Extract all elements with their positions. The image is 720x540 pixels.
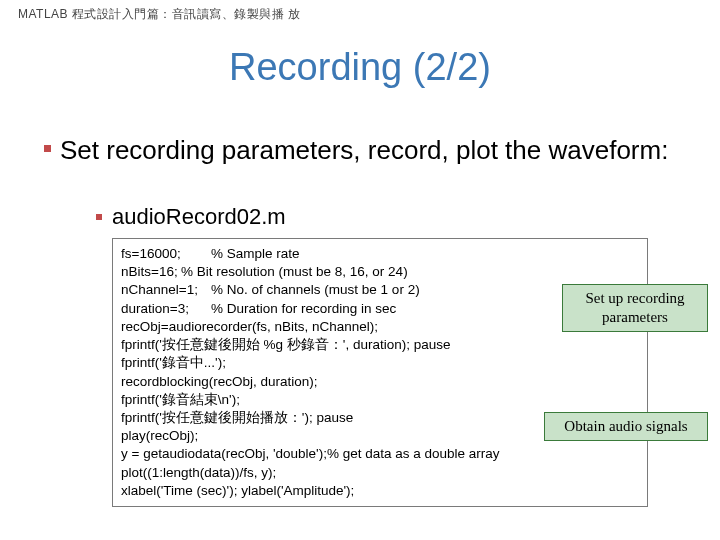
- code-listing: fs=16000; % Sample rate nBits=16; % Bit …: [112, 238, 648, 507]
- bullet-sub-filename: audioRecord02.m: [112, 204, 286, 230]
- bullet-square-l1: [44, 145, 51, 152]
- bullet-square-l2: [96, 214, 102, 220]
- callout-setup-parameters: Set up recording parameters: [562, 284, 708, 332]
- callout-obtain-signals: Obtain audio signals: [544, 412, 708, 441]
- slide-title: Recording (2/2): [0, 46, 720, 89]
- course-header: MATLAB 程式設計入門篇：音訊讀寫、錄製與播 放: [18, 6, 301, 23]
- bullet-main: Set recording parameters, record, plot t…: [60, 134, 680, 167]
